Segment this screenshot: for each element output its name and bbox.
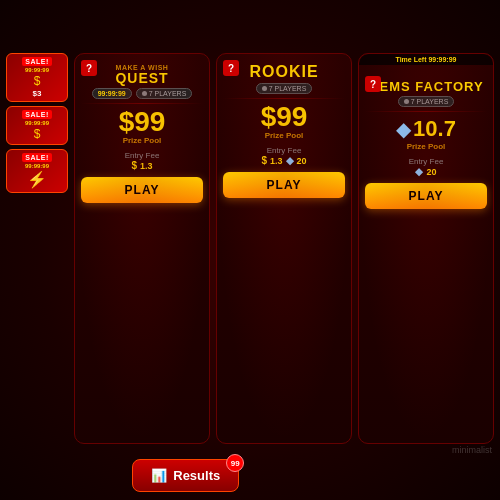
main-wrapper: ★ 70% ◆ 15,432 $ $1,000.6 + 👤 SALE!: [0, 0, 500, 500]
prize-label-3: Prize Pool: [407, 142, 446, 151]
entry-label-3: Entry Fee: [409, 157, 444, 166]
players-badge-1: 7 PLAYERS: [136, 88, 193, 99]
prize-amount-1: $99: [119, 108, 166, 136]
divider-1: [81, 103, 203, 104]
sale-timer-1: 99:99:99: [25, 67, 49, 73]
results-chart-icon: 📊: [151, 468, 167, 483]
play-button-3[interactable]: PLAY: [365, 183, 487, 209]
card-header-3: Gems Factory: [368, 80, 483, 93]
sale-price-1: $3: [33, 89, 42, 98]
content-area: SALE! 99:99:99 $ $3 SALE! 99:99:99 $ SAL…: [0, 47, 500, 450]
results-label: Results: [173, 468, 220, 483]
divider-3: [365, 111, 487, 112]
card-header-2: Rookie: [249, 64, 318, 80]
results-button[interactable]: 📊 Results 99: [132, 459, 239, 492]
play-button-1[interactable]: PLAY: [81, 177, 203, 203]
badge-row-3: 7 PLAYERS: [398, 96, 455, 107]
time-left-label: Time Left 99:99:99: [359, 54, 493, 65]
players-badge-3: 7 PLAYERS: [398, 96, 455, 107]
badge-row-1: 99:99:99 7 PLAYERS: [92, 88, 193, 99]
players-dot-2: [262, 86, 267, 91]
card-title-3: Gems Factory: [368, 80, 483, 93]
entry-coin-amount-1: 1.3: [140, 161, 153, 171]
card-rookie: ? Rookie 7 PLAYERS $99 Prize Pool Entry …: [216, 53, 352, 444]
entry-coin-icon-2: $: [261, 155, 267, 166]
entry-value-1: $ 1.3: [131, 160, 152, 171]
entry-value-2: $ 1.3 ◆ 20: [261, 155, 306, 166]
sale-item-1[interactable]: SALE! 99:99:99 $ $3: [6, 53, 68, 102]
players-dot-1: [142, 91, 147, 96]
play-button-2[interactable]: PLAY: [223, 172, 345, 198]
entry-label-2: Entry Fee: [267, 146, 302, 155]
entry-diamond-icon-3: ◆: [415, 166, 423, 177]
entry-label-1: Entry Fee: [125, 151, 160, 160]
watermark: minimalist: [452, 445, 492, 455]
sale-item-2[interactable]: SALE! 99:99:99 $: [6, 106, 68, 145]
prize-amount-2: $99: [261, 103, 308, 131]
card-make-a-wish: ? MAKE A WISH QUEST 99:99:99 7 PLAYERS $…: [74, 53, 210, 444]
entry-diamond-amount-3: 20: [426, 167, 436, 177]
entry-coin-amount-2: 1.3: [270, 156, 283, 166]
sale-badge-1: SALE!: [22, 57, 52, 66]
players-badge-2: 7 PLAYERS: [256, 83, 313, 94]
card-header-1: MAKE A WISH QUEST: [115, 64, 168, 85]
sale-timer-3: 99:99:99: [25, 163, 49, 169]
sale-badge-3: SALE!: [22, 153, 52, 162]
badge-row-2: 7 PLAYERS: [256, 83, 313, 94]
card-subtitle-1: MAKE A WISH: [116, 64, 169, 71]
card-gems-factory: Time Left 99:99:99 ? Gems Factory 7 PLAY…: [358, 53, 494, 444]
divider-2: [223, 98, 345, 99]
cards-container: ? MAKE A WISH QUEST 99:99:99 7 PLAYERS $…: [74, 53, 494, 444]
dollar-icon-2: $: [34, 127, 41, 141]
quest-timer: 99:99:99: [92, 88, 132, 99]
question-icon-1[interactable]: ?: [81, 60, 97, 76]
sale-timer-2: 99:99:99: [25, 120, 49, 126]
players-dot-3: [404, 99, 409, 104]
sale-item-3[interactable]: SALE! 99:99:99 ⚡: [6, 149, 68, 193]
prize-label-2: Prize Pool: [265, 131, 304, 140]
sale-badge-2: SALE!: [22, 110, 52, 119]
entry-coin-icon-1: $: [131, 160, 137, 171]
entry-diamond-icon-2: ◆: [286, 155, 294, 166]
question-icon-2[interactable]: ?: [223, 60, 239, 76]
card-title-2: Rookie: [249, 64, 318, 80]
entry-value-3: ◆ 20: [415, 166, 436, 177]
entry-diamond-amount-2: 20: [297, 156, 307, 166]
prize-label-1: Prize Pool: [123, 136, 162, 145]
card-title-1: QUEST: [115, 71, 168, 85]
prize-amount-3: 10.7: [413, 116, 456, 142]
dollar-icon-1: $: [34, 74, 41, 88]
question-icon-3[interactable]: ?: [365, 76, 381, 92]
gem-prize-icon: ◆: [396, 117, 411, 141]
lightning-icon-1: ⚡: [27, 170, 47, 189]
